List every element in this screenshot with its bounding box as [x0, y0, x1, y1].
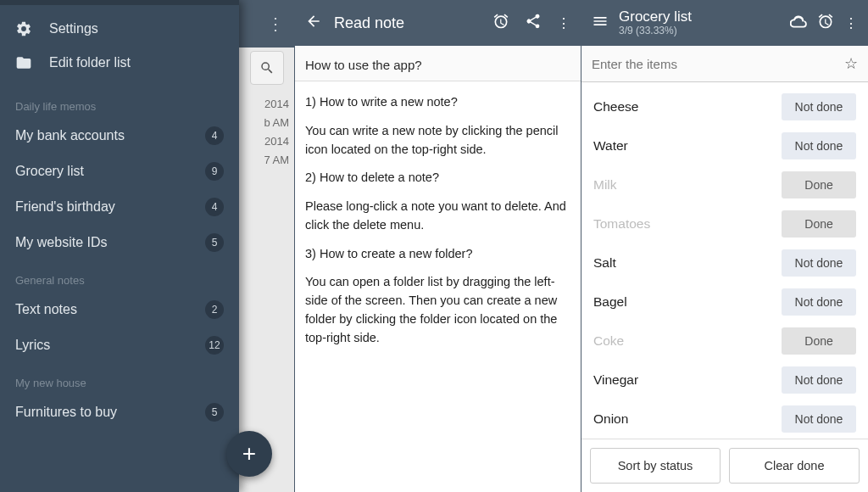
item-name: Milk [593, 177, 617, 193]
settings-item[interactable]: Settings [0, 12, 239, 46]
page-title: Grocery list [619, 9, 780, 25]
overflow-icon[interactable]: ⋮ [844, 15, 858, 31]
status-button[interactable]: Done [782, 171, 856, 198]
folder-name: Lyrics [15, 338, 50, 353]
list-item: TomatoesDone [590, 204, 860, 243]
list-item: SaltNot done [590, 243, 860, 282]
item-input-row: ☆ [581, 46, 868, 82]
list-item: CheeseNot done [590, 87, 860, 126]
folder-name: Friend's birthday [15, 199, 115, 215]
folder-item[interactable]: Furnitures to buy5 [0, 394, 239, 430]
list-item: CokeDone [590, 321, 860, 361]
folder-name: Grocery list [15, 164, 84, 179]
grocery-list: CheeseNot doneWaterNot doneMilkDoneTomat… [581, 82, 868, 439]
folder-name: Furnitures to buy [15, 405, 117, 420]
section-title: My new house [0, 363, 239, 394]
status-button[interactable]: Not done [782, 249, 856, 277]
folder-count-badge: 12 [205, 336, 224, 355]
note-paragraph: You can open a folder list by dragging t… [305, 273, 570, 347]
cloud-icon[interactable] [790, 13, 807, 33]
folder-item[interactable]: Friend's birthday4 [0, 189, 239, 225]
edit-folder-item[interactable]: Edit folder list [0, 46, 239, 80]
menu-icon[interactable] [592, 13, 609, 33]
add-fab[interactable]: + [226, 431, 272, 477]
list-item: MilkDone [590, 165, 860, 204]
date-peek: 2014 b AM 2014 7 AM [264, 95, 294, 170]
list-item: BagelNot done [590, 282, 860, 321]
folder-item[interactable]: Lyrics12 [0, 327, 239, 363]
item-name: Cheese [593, 99, 638, 115]
item-input[interactable] [592, 57, 844, 71]
folder-count-badge: 5 [205, 403, 224, 422]
note-title: How to use the app? [295, 46, 581, 81]
folder-name: Text notes [15, 302, 77, 317]
appbar: Read note ⋮ [295, 0, 581, 46]
screen-read-note: Read note ⋮ How to use the app? 1) How t… [295, 0, 581, 492]
status-button[interactable]: Not done [782, 93, 856, 120]
settings-label: Settings [49, 21, 98, 36]
share-icon[interactable] [525, 13, 542, 33]
status-button[interactable]: Done [782, 210, 856, 238]
folder-count-badge: 9 [205, 162, 224, 181]
list-item: VinegarNot done [590, 361, 860, 400]
clear-button[interactable]: Clear done [729, 448, 860, 484]
status-button[interactable]: Not done [782, 132, 856, 159]
appbar-behind: ⋮ [238, 0, 294, 48]
note-paragraph: 1) How to write a new note? [305, 93, 570, 112]
item-name: Coke [593, 333, 624, 349]
status-button[interactable]: Not done [782, 366, 856, 394]
folder-item[interactable]: My bank accounts4 [0, 118, 239, 154]
status-button[interactable]: Done [782, 327, 856, 355]
plus-icon: + [242, 440, 256, 467]
sort-button[interactable]: Sort by status [590, 448, 721, 484]
note-paragraph: 2) How to delete a note? [305, 169, 570, 187]
item-name: Salt [593, 255, 616, 271]
back-icon[interactable] [305, 13, 322, 33]
note-paragraph: You can write a new note by clicking the… [305, 122, 570, 159]
note-paragraph: 3) How to create a new folder? [305, 245, 570, 264]
item-name: Onion [593, 411, 628, 427]
status-button[interactable]: Not done [782, 288, 856, 316]
folder-item[interactable]: Grocery list9 [0, 154, 239, 189]
screen-grocery: Grocery list 3/9 (33.33%) ⋮ ☆ CheeseNot … [581, 0, 868, 492]
bottom-bar: Sort by status Clear done [581, 439, 868, 492]
appbar-title: Read note [334, 14, 481, 32]
star-icon[interactable]: ☆ [844, 54, 858, 73]
navigation-drawer: Settings Edit folder list Daily life mem… [0, 0, 239, 492]
alarm-icon[interactable] [492, 13, 509, 33]
list-item: OnionNot done [590, 400, 860, 439]
search-icon[interactable] [250, 51, 284, 85]
page-subtitle: 3/9 (33.33%) [619, 25, 780, 36]
folder-count-badge: 4 [205, 198, 224, 216]
appbar: Grocery list 3/9 (33.33%) ⋮ [581, 0, 868, 46]
folder-item[interactable]: Text notes2 [0, 292, 239, 327]
edit-folder-label: Edit folder list [49, 55, 131, 70]
folder-count-badge: 4 [205, 126, 224, 145]
drawer-sections: Daily life memosMy bank accounts4Grocery… [0, 87, 239, 430]
note-body: 1) How to write a new note?You can write… [295, 81, 581, 369]
folder-count-badge: 5 [205, 233, 224, 252]
note-paragraph: Please long-click a note you want to del… [305, 198, 570, 235]
title-block: Grocery list 3/9 (33.33%) [619, 9, 780, 36]
section-title: General notes [0, 260, 239, 292]
section-title: Daily life memos [0, 87, 239, 118]
appbar-icons: ⋮ [492, 13, 570, 33]
item-name: Water [593, 138, 628, 154]
folder-count-badge: 2 [205, 300, 224, 319]
folder-item[interactable]: My website IDs5 [0, 225, 239, 260]
folder-name: My bank accounts [15, 128, 125, 143]
status-button[interactable]: Not done [782, 405, 856, 433]
folder-icon [15, 54, 32, 71]
screen-drawer: ⋮ 2014 b AM 2014 7 AM Settings Edit fold… [0, 0, 295, 492]
item-name: Bagel [593, 294, 627, 310]
overflow-icon[interactable]: ⋮ [557, 15, 570, 31]
list-item: WaterNot done [590, 126, 860, 165]
alarm-icon[interactable] [817, 13, 834, 33]
gear-icon [15, 20, 32, 37]
item-name: Vinegar [593, 372, 638, 388]
item-name: Tomatoes [593, 216, 650, 232]
overflow-icon[interactable]: ⋮ [267, 14, 284, 34]
folder-name: My website IDs [15, 235, 107, 250]
drawer-top: Settings Edit folder list [0, 5, 239, 87]
